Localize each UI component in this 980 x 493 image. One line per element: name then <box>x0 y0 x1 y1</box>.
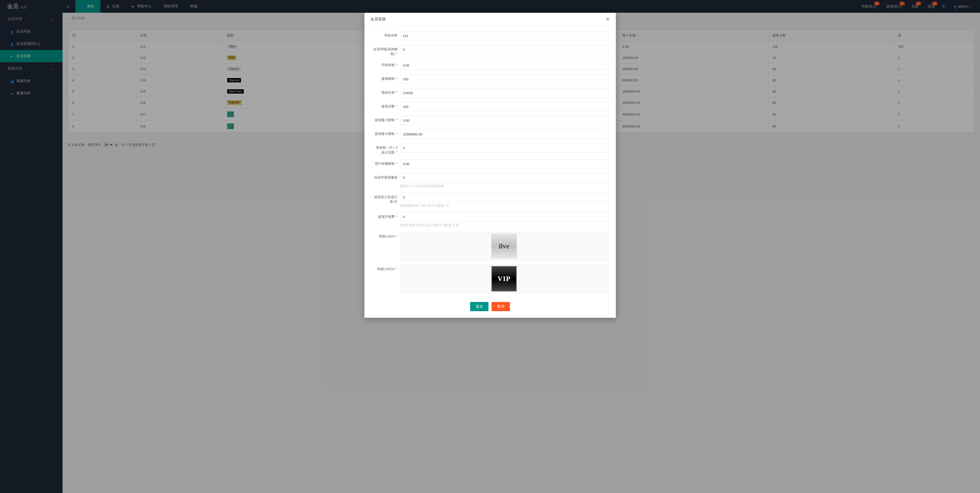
modal-mask[interactable] <box>0 0 980 13</box>
